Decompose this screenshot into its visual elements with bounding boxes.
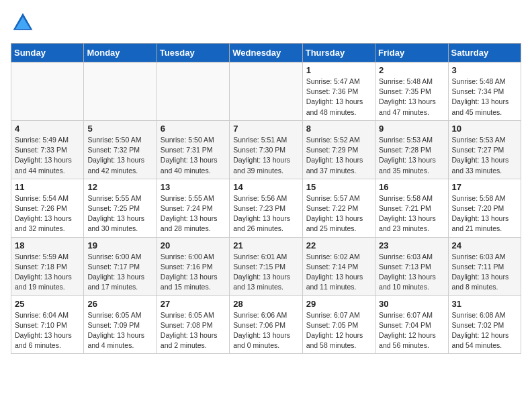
calendar-cell: 14Sunrise: 5:56 AMSunset: 7:23 PMDayligh… [230,179,302,237]
day-number: 24 [452,240,517,250]
weekday-header: Tuesday [157,44,229,62]
day-info: Sunrise: 5:48 AMSunset: 7:35 PMDaylight:… [379,77,444,118]
calendar-cell: 18Sunrise: 5:59 AMSunset: 7:18 PMDayligh… [11,237,84,295]
weekday-header: Friday [375,44,448,62]
day-info: Sunrise: 5:52 AMSunset: 7:29 PMDaylight:… [306,135,371,176]
day-info: Sunrise: 6:04 AMSunset: 7:10 PMDaylight:… [15,310,80,351]
day-info: Sunrise: 5:50 AMSunset: 7:31 PMDaylight:… [161,135,226,176]
day-info: Sunrise: 6:07 AMSunset: 7:04 PMDaylight:… [379,310,444,351]
calendar-cell [230,62,302,121]
calendar-cell: 20Sunrise: 6:00 AMSunset: 7:16 PMDayligh… [157,237,229,295]
day-number: 20 [161,240,226,250]
day-number: 21 [233,240,298,250]
day-info: Sunrise: 6:05 AMSunset: 7:09 PMDaylight:… [87,310,152,351]
calendar-cell: 29Sunrise: 6:07 AMSunset: 7:05 PMDayligh… [302,295,375,354]
calendar-cell: 25Sunrise: 6:04 AMSunset: 7:10 PMDayligh… [11,295,84,354]
day-info: Sunrise: 6:00 AMSunset: 7:17 PMDaylight:… [87,252,152,293]
day-info: Sunrise: 6:05 AMSunset: 7:08 PMDaylight:… [161,310,226,351]
calendar-table: SundayMondayTuesdayWednesdayThursdayFrid… [11,43,521,354]
day-info: Sunrise: 6:03 AMSunset: 7:13 PMDaylight:… [379,252,444,293]
day-info: Sunrise: 5:50 AMSunset: 7:32 PMDaylight:… [87,135,152,176]
calendar-cell: 26Sunrise: 6:05 AMSunset: 7:09 PMDayligh… [84,295,157,354]
day-number: 10 [452,124,517,134]
day-number: 31 [452,299,517,309]
logo-icon [11,11,35,35]
calendar-cell: 15Sunrise: 5:57 AMSunset: 7:22 PMDayligh… [302,179,375,237]
calendar-week-row: 25Sunrise: 6:04 AMSunset: 7:10 PMDayligh… [11,295,521,354]
calendar-cell: 11Sunrise: 5:54 AMSunset: 7:26 PMDayligh… [11,179,84,237]
weekday-header: Wednesday [230,44,302,62]
weekday-header: Saturday [448,44,521,62]
calendar-cell: 3Sunrise: 5:48 AMSunset: 7:34 PMDaylight… [448,62,521,121]
day-info: Sunrise: 5:55 AMSunset: 7:25 PMDaylight:… [87,193,152,234]
day-info: Sunrise: 5:56 AMSunset: 7:23 PMDaylight:… [233,193,298,234]
day-info: Sunrise: 5:53 AMSunset: 7:28 PMDaylight:… [379,135,444,176]
day-number: 9 [379,124,444,134]
calendar-cell: 2Sunrise: 5:48 AMSunset: 7:35 PMDaylight… [375,62,448,121]
calendar-cell: 30Sunrise: 6:07 AMSunset: 7:04 PMDayligh… [375,295,448,354]
day-number: 19 [87,240,152,250]
day-info: Sunrise: 6:01 AMSunset: 7:15 PMDaylight:… [233,252,298,293]
day-info: Sunrise: 5:49 AMSunset: 7:33 PMDaylight:… [15,135,80,176]
day-info: Sunrise: 5:55 AMSunset: 7:24 PMDaylight:… [161,193,226,234]
day-number: 18 [15,240,80,250]
day-info: Sunrise: 5:58 AMSunset: 7:21 PMDaylight:… [379,193,444,234]
day-number: 3 [452,65,517,75]
calendar-cell: 8Sunrise: 5:52 AMSunset: 7:29 PMDaylight… [302,120,375,179]
calendar-cell: 23Sunrise: 6:03 AMSunset: 7:13 PMDayligh… [375,237,448,295]
day-number: 16 [379,182,444,192]
weekday-header: Thursday [302,44,375,62]
day-info: Sunrise: 5:59 AMSunset: 7:18 PMDaylight:… [15,252,80,293]
day-info: Sunrise: 6:07 AMSunset: 7:05 PMDaylight:… [306,310,371,351]
calendar-week-row: 4Sunrise: 5:49 AMSunset: 7:33 PMDaylight… [11,120,521,179]
day-number: 23 [379,240,444,250]
calendar-cell: 19Sunrise: 6:00 AMSunset: 7:17 PMDayligh… [84,237,157,295]
calendar-week-row: 11Sunrise: 5:54 AMSunset: 7:26 PMDayligh… [11,179,521,237]
day-number: 7 [233,124,298,134]
calendar-cell: 6Sunrise: 5:50 AMSunset: 7:31 PMDaylight… [157,120,229,179]
day-number: 13 [161,182,226,192]
calendar-cell: 31Sunrise: 6:08 AMSunset: 7:02 PMDayligh… [448,295,521,354]
calendar-cell: 13Sunrise: 5:55 AMSunset: 7:24 PMDayligh… [157,179,229,237]
day-number: 28 [233,299,298,309]
calendar-cell: 22Sunrise: 6:02 AMSunset: 7:14 PMDayligh… [302,237,375,295]
day-number: 29 [306,299,371,309]
calendar-cell: 17Sunrise: 5:58 AMSunset: 7:20 PMDayligh… [448,179,521,237]
day-number: 4 [15,124,80,134]
calendar-cell: 24Sunrise: 6:03 AMSunset: 7:11 PMDayligh… [448,237,521,295]
calendar-cell: 16Sunrise: 5:58 AMSunset: 7:21 PMDayligh… [375,179,448,237]
calendar-week-row: 18Sunrise: 5:59 AMSunset: 7:18 PMDayligh… [11,237,521,295]
day-number: 12 [87,182,152,192]
weekday-header: Sunday [11,44,84,62]
calendar-cell [157,62,229,121]
day-number: 17 [452,182,517,192]
calendar-cell: 28Sunrise: 6:06 AMSunset: 7:06 PMDayligh… [230,295,302,354]
day-info: Sunrise: 6:00 AMSunset: 7:16 PMDaylight:… [161,252,226,293]
calendar-cell [84,62,157,121]
day-number: 26 [87,299,152,309]
calendar-header-row: SundayMondayTuesdayWednesdayThursdayFrid… [11,44,521,62]
calendar-week-row: 1Sunrise: 5:47 AMSunset: 7:36 PMDaylight… [11,62,521,121]
day-number: 14 [233,182,298,192]
day-number: 2 [379,65,444,75]
day-info: Sunrise: 5:51 AMSunset: 7:30 PMDaylight:… [233,135,298,176]
calendar-cell: 5Sunrise: 5:50 AMSunset: 7:32 PMDaylight… [84,120,157,179]
day-info: Sunrise: 5:53 AMSunset: 7:27 PMDaylight:… [452,135,517,176]
page-header [11,11,521,35]
day-info: Sunrise: 6:06 AMSunset: 7:06 PMDaylight:… [233,310,298,351]
calendar-cell: 9Sunrise: 5:53 AMSunset: 7:28 PMDaylight… [375,120,448,179]
calendar-cell: 21Sunrise: 6:01 AMSunset: 7:15 PMDayligh… [230,237,302,295]
day-info: Sunrise: 5:57 AMSunset: 7:22 PMDaylight:… [306,193,371,234]
day-number: 27 [161,299,226,309]
calendar-cell: 27Sunrise: 6:05 AMSunset: 7:08 PMDayligh… [157,295,229,354]
calendar-cell [11,62,84,121]
day-info: Sunrise: 6:08 AMSunset: 7:02 PMDaylight:… [452,310,517,351]
day-info: Sunrise: 5:58 AMSunset: 7:20 PMDaylight:… [452,193,517,234]
day-info: Sunrise: 6:02 AMSunset: 7:14 PMDaylight:… [306,252,371,293]
day-info: Sunrise: 5:47 AMSunset: 7:36 PMDaylight:… [306,77,371,118]
day-number: 25 [15,299,80,309]
day-info: Sunrise: 5:48 AMSunset: 7:34 PMDaylight:… [452,77,517,118]
day-number: 1 [306,65,371,75]
logo [11,11,39,35]
day-info: Sunrise: 6:03 AMSunset: 7:11 PMDaylight:… [452,252,517,293]
